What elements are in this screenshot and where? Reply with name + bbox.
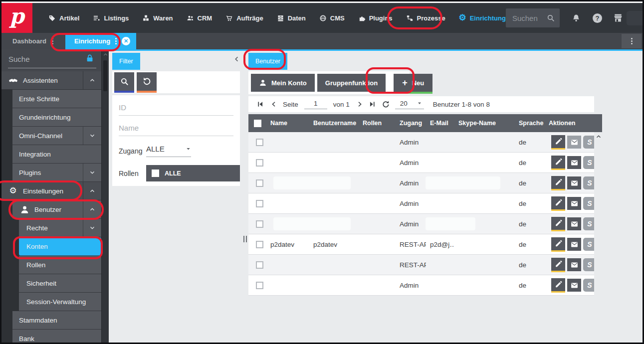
table-row[interactable]: AdmindeS — [248, 275, 594, 296]
edit-button[interactable] — [551, 196, 565, 211]
table-row[interactable]: AdmindeS — [248, 193, 594, 214]
kebab-menu-icon[interactable] — [115, 38, 117, 44]
column-header-email[interactable]: E-Mail — [426, 120, 454, 127]
chevron-left-icon[interactable] — [233, 56, 240, 62]
global-search-input[interactable]: Suchen — [506, 8, 560, 27]
sidebar-item-omni-channel[interactable]: Omni-Channel — [12, 127, 101, 145]
row-checkbox[interactable] — [256, 200, 263, 207]
page-size-select[interactable]: 20 — [395, 100, 424, 109]
sidebar-item-rollen[interactable]: Rollen — [19, 256, 101, 274]
sidebar-item-erste-schritte[interactable]: Erste Schritte — [12, 90, 101, 108]
email-button[interactable] — [567, 156, 581, 169]
edit-button[interactable] — [551, 278, 565, 293]
edit-button[interactable] — [551, 135, 565, 150]
table-row[interactable]: AdmindeS — [248, 132, 594, 153]
neu-button[interactable]: + Neu — [394, 74, 432, 94]
last-page-button[interactable] — [369, 101, 376, 108]
refresh-icon[interactable] — [382, 100, 390, 109]
filter-id-input[interactable]: ID — [119, 103, 240, 112]
skype-button[interactable]: S — [583, 197, 594, 210]
skype-button[interactable]: S — [583, 176, 594, 189]
sidebar-item-integration[interactable]: Integration — [12, 145, 101, 164]
sidebar-item-benutzer[interactable]: Benutzer — [12, 200, 101, 219]
table-row[interactable]: AdmindeS — [248, 173, 594, 193]
mein-konto-button[interactable]: Mein Konto — [251, 74, 315, 92]
chevron-down-icon[interactable] — [83, 164, 101, 181]
email-button[interactable] — [567, 136, 581, 149]
close-icon[interactable]: ✕ — [122, 37, 130, 45]
email-button[interactable] — [567, 258, 581, 271]
edit-button[interactable] — [551, 176, 565, 190]
topnav-item-cms[interactable]: CMS — [319, 14, 345, 22]
chevron-down-icon[interactable] — [83, 219, 101, 237]
sidebar-item-bank[interactable]: Bank — [12, 330, 101, 343]
panel-resize-handle[interactable] — [243, 236, 247, 242]
column-header-benutzername[interactable]: Benutzername — [309, 120, 359, 127]
edit-button[interactable] — [551, 217, 565, 231]
row-checkbox[interactable] — [256, 139, 263, 146]
email-button[interactable] — [567, 279, 581, 292]
skype-button[interactable]: S — [583, 238, 594, 251]
filter-name-input[interactable]: Name — [119, 124, 240, 132]
row-checkbox[interactable] — [256, 159, 263, 167]
sidebar-item-sicherheit[interactable]: Sicherheit — [19, 274, 101, 293]
email-button[interactable] — [567, 197, 581, 210]
sidebar-item-einstellungen[interactable]: ⚙ Einstellungen — [1, 182, 101, 200]
shop-icon[interactable] — [613, 13, 623, 23]
lock-icon[interactable] — [85, 53, 95, 64]
sidebar-item-rechte[interactable]: Rechte — [19, 219, 101, 237]
filter-reset-button[interactable] — [137, 72, 157, 93]
select-all-checkbox[interactable] — [248, 120, 266, 127]
first-page-button[interactable] — [257, 101, 264, 108]
users-panel-tab[interactable]: Benutzer — [248, 53, 287, 70]
topnav-item-waren[interactable]: Waren — [142, 14, 173, 22]
plentymarkets-logo[interactable]: p — [1, 3, 32, 33]
column-header-rollen[interactable]: Rollen — [359, 120, 396, 127]
topnav-item-artikel[interactable]: Artikel — [48, 14, 79, 22]
skype-button[interactable]: S — [583, 136, 594, 149]
table-row[interactable]: REST-APIdeS — [248, 255, 594, 275]
table-row[interactable]: AdmindeS — [248, 214, 594, 234]
topnav-item-crm[interactable]: CRM — [187, 14, 213, 22]
chevron-up-icon[interactable] — [83, 182, 101, 200]
tab-dashboard[interactable]: Dashboard — [1, 33, 59, 49]
edit-button[interactable] — [551, 237, 565, 252]
column-header-name[interactable]: Name — [266, 120, 309, 127]
sidebar-item-stammdaten[interactable]: Stammdaten — [12, 311, 101, 330]
skype-button[interactable]: S — [583, 258, 594, 271]
row-checkbox[interactable] — [256, 220, 263, 228]
tabbar-overflow-menu[interactable] — [622, 34, 642, 48]
column-header-aktionen[interactable]: Aktionen — [545, 120, 594, 127]
chevron-down-icon[interactable] — [83, 127, 101, 145]
topnav-item-daten[interactable]: Daten — [277, 14, 306, 22]
row-checkbox[interactable] — [256, 241, 263, 248]
page-number-input[interactable]: 1 — [304, 100, 327, 109]
topnav-item-prozesse[interactable]: Prozesse — [406, 14, 445, 22]
help-icon[interactable]: ? — [593, 13, 602, 23]
email-button[interactable] — [567, 217, 581, 230]
sidebar-item-assistenten[interactable]: Assistenten — [1, 71, 101, 90]
row-checkbox[interactable] — [256, 179, 263, 187]
sidebar-search[interactable]: Suche — [1, 49, 101, 71]
sidebar-scrollbar[interactable] — [101, 49, 109, 343]
email-button[interactable] — [567, 176, 581, 189]
topnav-item-aufträge[interactable]: Aufträge — [225, 14, 263, 22]
scrollbar-thumb[interactable] — [103, 60, 107, 91]
topnav-item-einrichtung[interactable]: ⚙ Einrichtung — [459, 14, 506, 22]
kebab-menu-icon[interactable] — [52, 38, 53, 44]
prev-page-button[interactable] — [271, 101, 277, 107]
column-header-zugang[interactable]: Zugang — [396, 120, 426, 127]
checkbox[interactable] — [152, 170, 159, 177]
skype-button[interactable]: S — [583, 217, 594, 230]
notifications-bell-icon[interactable] — [572, 13, 581, 23]
rollen-multiselect[interactable]: ALLE — [146, 165, 240, 181]
topnav-item-listings[interactable]: Listings — [93, 14, 129, 22]
chevron-up-icon[interactable] — [596, 134, 602, 140]
chevron-up-icon[interactable] — [83, 200, 101, 218]
table-row[interactable]: p2datevp2datevREST-APIp2d@j…deS — [248, 234, 594, 255]
next-page-button[interactable] — [357, 101, 363, 107]
tab-einrichtung[interactable]: Einrichtung ✕ — [65, 33, 136, 49]
gruppenfunktion-button[interactable]: Gruppenfunktion — [317, 74, 386, 92]
sidebar-item-session-verwaltung[interactable]: Session-Verwaltung — [19, 293, 101, 311]
zugang-select[interactable]: ALLE — [146, 145, 191, 157]
